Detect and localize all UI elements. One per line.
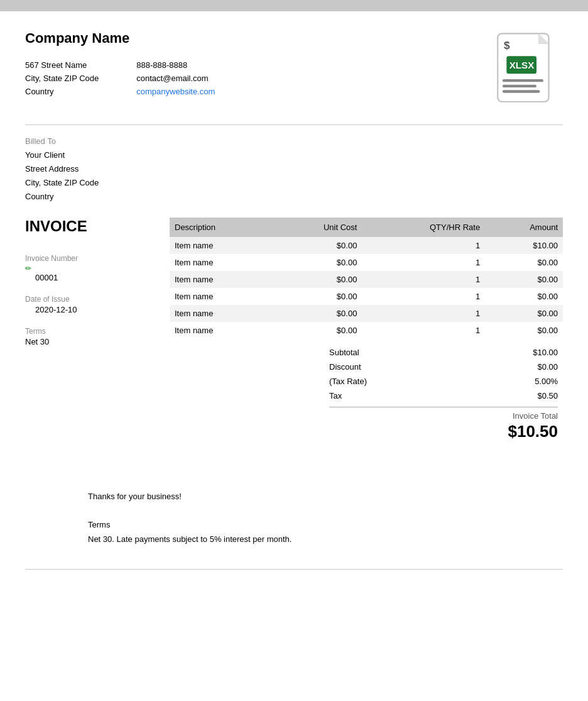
row-amount: $0.00 [485,322,563,339]
invoice-date-field: Date of Issue 2020-12-10 [25,295,157,314]
footer-terms-label: Terms [88,520,563,529]
table-row: Item name $0.00 1 $10.00 [170,237,563,254]
row-qty: 1 [362,237,485,254]
row-amount: $0.00 [485,288,563,305]
tax-rate-row: (Tax Rate) 5.00% [324,374,563,389]
row-description: Item name [170,288,273,305]
summary-divider [329,407,558,407]
subtotal-row: Subtotal $10.00 [324,345,563,360]
row-amount: $10.00 [485,237,563,254]
row-qty: 1 [362,271,485,288]
website-link[interactable]: companywebsite.com [136,86,215,99]
row-description: Item name [170,322,273,339]
footer-thanks: Thanks for your business! [88,492,563,501]
subtotal-label: Subtotal [329,348,359,357]
address-left: 567 Street Name City, State ZIP Code Cou… [25,59,99,98]
table-row: Item name $0.00 1 $0.00 [170,322,563,339]
content: Company Name 567 Street Name City, State… [0,11,588,588]
discount-row: Discount $0.00 [324,360,563,374]
svg-rect-7 [503,85,536,87]
table-row: Item name $0.00 1 $0.00 [170,271,563,288]
client-city: City, State ZIP Code [25,176,563,190]
invoice-body: INVOICE Invoice Number ✏ 00001 Date of I… [25,218,563,441]
client-name: Your Client [25,148,563,162]
row-amount: $0.00 [485,254,563,271]
footer-terms-text: Net 30. Late payments subject to 5% inte… [88,534,563,544]
top-bar [0,0,588,11]
row-unit-cost: $0.00 [273,271,362,288]
invoice-number-value: 00001 [25,273,157,282]
row-description: Item name [170,305,273,322]
company-info: Company Name 567 Street Name City, State… [25,30,215,98]
row-amount: $0.00 [485,271,563,288]
discount-value: $0.00 [537,362,558,372]
phone: 888-888-8888 [136,59,215,72]
subtotal-value: $10.00 [533,348,558,357]
col-description: Description [170,218,273,237]
header-section: Company Name 567 Street Name City, State… [25,30,563,112]
col-amount: Amount [485,218,563,237]
row-description: Item name [170,237,273,254]
tax-label: Tax [329,391,342,400]
row-unit-cost: $0.00 [273,305,362,322]
table-row: Item name $0.00 1 $0.00 [170,254,563,271]
col-unit-cost: Unit Cost [273,218,362,237]
svg-rect-6 [503,79,543,82]
billed-to-label: Billed To [25,136,563,146]
row-unit-cost: $0.00 [273,237,362,254]
row-unit-cost: $0.00 [273,322,362,339]
invoice-number-mark: ✏ [25,264,157,273]
discount-label: Discount [329,362,361,372]
line-items-table: Description Unit Cost QTY/HR Rate Amount… [170,218,563,339]
invoice-terms-value: Net 30 [25,337,157,346]
tax-rate-value: 5.00% [535,377,558,386]
billed-to-info: Your Client Street Address City, State Z… [25,148,563,204]
address-line3: Country [25,86,99,99]
invoice-terms-field: Terms Net 30 [25,327,157,346]
invoice-date-label: Date of Issue [25,295,157,304]
invoice-table-container: Description Unit Cost QTY/HR Rate Amount… [170,218,563,441]
summary-section: Subtotal $10.00 Discount $0.00 (Tax Rate… [170,345,563,441]
col-qty: QTY/HR Rate [362,218,485,237]
tax-value: $0.50 [537,391,558,400]
address-line2: City, State ZIP Code [25,72,99,86]
row-amount: $0.00 [485,305,563,322]
svg-text:XLSX: XLSX [509,60,535,70]
invoice-number-label: Invoice Number [25,254,157,263]
table-row: Item name $0.00 1 $0.00 [170,305,563,322]
summary-table: Subtotal $10.00 Discount $0.00 (Tax Rate… [324,345,563,441]
row-description: Item name [170,254,273,271]
table-row: Item name $0.00 1 $0.00 [170,288,563,305]
row-qty: 1 [362,288,485,305]
invoice-date-value: 2020-12-10 [25,305,157,314]
client-country: Country [25,190,563,204]
page: Company Name 567 Street Name City, State… [0,0,588,701]
svg-rect-8 [503,90,540,92]
bottom-divider [25,569,563,570]
address-block: 567 Street Name City, State ZIP Code Cou… [25,59,215,98]
row-qty: 1 [362,322,485,339]
invoice-heading: INVOICE [25,218,157,235]
table-header-row: Description Unit Cost QTY/HR Rate Amount [170,218,563,237]
invoice-meta: INVOICE Invoice Number ✏ 00001 Date of I… [25,218,157,441]
row-description: Item name [170,271,273,288]
invoice-terms-label: Terms [25,327,157,336]
website-anchor[interactable]: companywebsite.com [136,87,215,96]
total-label: Invoice Total [324,411,563,421]
billed-section: Billed To Your Client Street Address Cit… [25,136,563,204]
company-name: Company Name [25,30,215,47]
svg-text:$: $ [504,39,510,52]
invoice-number-field: Invoice Number ✏ 00001 [25,254,157,282]
row-unit-cost: $0.00 [273,288,362,305]
row-qty: 1 [362,305,485,322]
address-right: 888-888-8888 contact@email.com companywe… [136,59,215,98]
row-unit-cost: $0.00 [273,254,362,271]
row-qty: 1 [362,254,485,271]
xlsx-icon: $ XLSX [494,30,563,112]
address-line1: 567 Street Name [25,59,99,72]
total-amount: $10.50 [324,421,563,441]
client-street: Street Address [25,162,563,176]
table-body: Item name $0.00 1 $10.00 Item name $0.00… [170,237,563,339]
tax-rate-label: (Tax Rate) [329,377,367,386]
footer-section: Thanks for your business! Terms Net 30. … [25,492,563,544]
